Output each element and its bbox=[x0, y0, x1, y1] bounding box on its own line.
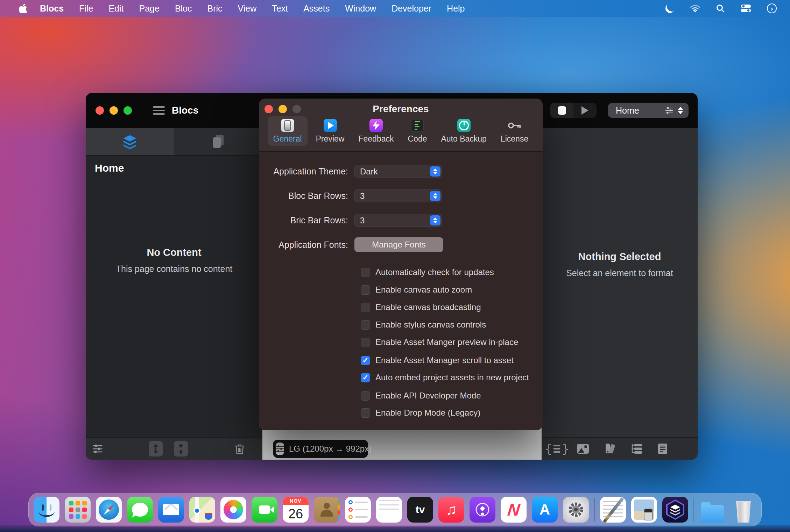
field-bric-bar-rows: Bric Bar Rows: 3 bbox=[259, 214, 543, 227]
dropdown-stepper-icon[interactable] bbox=[430, 191, 440, 201]
dock-item-podcasts[interactable] bbox=[470, 497, 495, 523]
checkbox-icon[interactable]: ✓ bbox=[361, 285, 370, 295]
tab-pages[interactable] bbox=[174, 128, 263, 155]
checkbox-icon[interactable]: ✓ bbox=[361, 338, 370, 347]
dock-item-notes[interactable] bbox=[376, 497, 402, 523]
checkbox-icon[interactable]: ✓ bbox=[361, 320, 370, 330]
zoom-button[interactable] bbox=[124, 106, 132, 115]
checkbox-api-developer-mode[interactable]: ✓ Enable API Developer Mode bbox=[361, 387, 481, 404]
control-center-icon[interactable] bbox=[740, 4, 752, 13]
dock-item-safari[interactable] bbox=[96, 497, 122, 523]
checkbox-icon[interactable]: ✓ bbox=[361, 356, 370, 365]
page-selector-dropdown[interactable]: Home bbox=[608, 103, 689, 118]
pref-tab-preview[interactable]: Preview bbox=[310, 116, 350, 146]
dock-item-trash[interactable] bbox=[731, 497, 756, 523]
bloc-bar-rows-dropdown[interactable]: 3 bbox=[354, 189, 442, 202]
dock-item-photos[interactable] bbox=[220, 497, 246, 523]
menu-item-help[interactable]: Help bbox=[439, 3, 472, 14]
manage-fonts-button[interactable]: Manage Fonts bbox=[354, 237, 443, 252]
pref-tab-label: Code bbox=[408, 134, 427, 144]
inspector-empty-title: Nothing Selected bbox=[542, 251, 698, 263]
bric-bar-rows-dropdown[interactable]: 3 bbox=[354, 214, 442, 227]
menu-item-file[interactable]: File bbox=[71, 3, 101, 14]
dock-item-downloads-folder[interactable] bbox=[699, 497, 725, 523]
dropdown-stepper-icon[interactable] bbox=[430, 166, 440, 177]
checkbox-auto-embed-assets[interactable]: ✓ Auto embed project assets in new proje… bbox=[361, 369, 529, 386]
dock-item-blocs[interactable] bbox=[662, 497, 688, 523]
checkbox-stylus-controls[interactable]: ✓ Enable stylus canvas controls bbox=[361, 316, 486, 333]
checkbox-icon[interactable]: ✓ bbox=[361, 391, 370, 401]
page-settings-icon[interactable] bbox=[658, 443, 668, 454]
asset-manager-icon[interactable] bbox=[577, 444, 589, 454]
pref-tab-label: General bbox=[273, 134, 302, 144]
dropdown-stepper-icon[interactable] bbox=[430, 215, 440, 225]
checkbox-canvas-broadcasting[interactable]: ✓ Enable canvas broadcasting bbox=[361, 299, 481, 316]
checkbox-asset-preview-in-place[interactable]: ✓ Enable Asset Manger preview in-place bbox=[361, 333, 518, 351]
menu-item-text[interactable]: Text bbox=[264, 3, 296, 14]
dock-item-launchpad[interactable] bbox=[65, 497, 91, 523]
user-switch-icon[interactable]: › bbox=[767, 3, 777, 13]
checkbox-canvas-auto-zoom[interactable]: ✓ Enable canvas auto zoom bbox=[361, 281, 472, 299]
page-selector-stepper[interactable] bbox=[678, 107, 683, 114]
trash-icon[interactable] bbox=[235, 443, 245, 454]
dock-item-maps[interactable] bbox=[189, 497, 215, 523]
apple-menu[interactable] bbox=[14, 3, 32, 13]
stop-button[interactable] bbox=[550, 103, 573, 118]
swatches-icon[interactable] bbox=[604, 443, 616, 455]
checkbox-icon[interactable]: ✓ bbox=[361, 408, 370, 418]
search-icon[interactable] bbox=[716, 4, 725, 13]
preferences-titlebar[interactable]: Preferences General Preview Feedback Cod… bbox=[259, 99, 543, 152]
page-settings-sliders-icon[interactable] bbox=[665, 106, 674, 115]
dock-item-facetime[interactable] bbox=[252, 497, 277, 523]
checkbox-icon[interactable]: ✓ bbox=[361, 303, 370, 312]
dock-item-messages[interactable] bbox=[127, 497, 153, 523]
dock-item-news[interactable]: N bbox=[501, 497, 527, 523]
dock-item-calendar[interactable]: NOV 26 bbox=[283, 497, 309, 523]
wifi-icon[interactable] bbox=[690, 4, 700, 13]
menu-item-app[interactable]: Blocs bbox=[32, 3, 71, 14]
dock-item-tv[interactable]: tv bbox=[407, 497, 433, 523]
play-button[interactable] bbox=[573, 103, 597, 118]
dock-item-system-preferences[interactable] bbox=[563, 497, 589, 523]
layer-settings-sliders-icon[interactable] bbox=[92, 444, 103, 454]
checkbox-drop-mode-legacy[interactable]: ✓ Enable Drop Mode (Legacy) bbox=[361, 404, 480, 422]
menu-item-edit[interactable]: Edit bbox=[101, 3, 131, 14]
breakpoint-badge[interactable]: LG (1200px → 992px) bbox=[273, 440, 368, 458]
expand-layers-button[interactable] bbox=[149, 441, 163, 456]
application-theme-dropdown[interactable]: Dark bbox=[354, 165, 442, 178]
pref-tab-general[interactable]: General bbox=[268, 116, 308, 146]
dock-item-app-store[interactable]: A bbox=[532, 497, 558, 523]
dock-item-finder[interactable] bbox=[34, 497, 59, 523]
menu-item-developer[interactable]: Developer bbox=[384, 3, 439, 14]
menu-item-bric[interactable]: Bric bbox=[200, 3, 230, 14]
menu-item-page[interactable]: Page bbox=[131, 3, 167, 14]
do-not-disturb-icon[interactable] bbox=[665, 4, 675, 13]
pref-tab-license[interactable]: License bbox=[495, 116, 534, 146]
checkbox-auto-updates[interactable]: ✓ Automatically check for updates bbox=[361, 264, 494, 281]
checkbox-icon[interactable]: ✓ bbox=[361, 268, 370, 277]
code-editor-icon[interactable]: {} bbox=[545, 442, 569, 456]
checkbox-icon[interactable]: ✓ bbox=[361, 373, 370, 382]
collapse-layers-button[interactable] bbox=[174, 441, 188, 456]
dock-item-mail[interactable] bbox=[158, 497, 184, 523]
close-button[interactable] bbox=[96, 106, 104, 115]
dock-item-contacts[interactable] bbox=[314, 497, 340, 523]
menu-item-view[interactable]: View bbox=[230, 3, 264, 14]
dock-item-music[interactable]: ♫ bbox=[438, 497, 464, 523]
tab-layers[interactable] bbox=[86, 128, 174, 155]
menu-item-bloc[interactable]: Bloc bbox=[167, 3, 200, 14]
checkbox-asset-scroll-to-asset[interactable]: ✓ Enable Asset Manager scroll to asset bbox=[361, 352, 514, 369]
dock-item-reminders[interactable] bbox=[345, 497, 371, 523]
calendar-month: NOV bbox=[283, 497, 309, 505]
menu-toggle-icon[interactable] bbox=[153, 106, 165, 115]
menu-item-assets[interactable]: Assets bbox=[296, 3, 337, 14]
pref-tab-feedback[interactable]: Feedback bbox=[353, 116, 399, 146]
menu-item-window[interactable]: Window bbox=[337, 3, 384, 14]
dock-item-textedit[interactable] bbox=[600, 497, 626, 523]
pref-tab-code[interactable]: Code bbox=[402, 116, 432, 146]
news-logo: N bbox=[507, 500, 521, 519]
dock-item-preview[interactable] bbox=[631, 497, 657, 523]
pref-tab-auto-backup[interactable]: Auto Backup bbox=[435, 116, 492, 146]
layer-tree-icon[interactable] bbox=[631, 443, 643, 454]
minimize-button[interactable] bbox=[110, 106, 118, 115]
